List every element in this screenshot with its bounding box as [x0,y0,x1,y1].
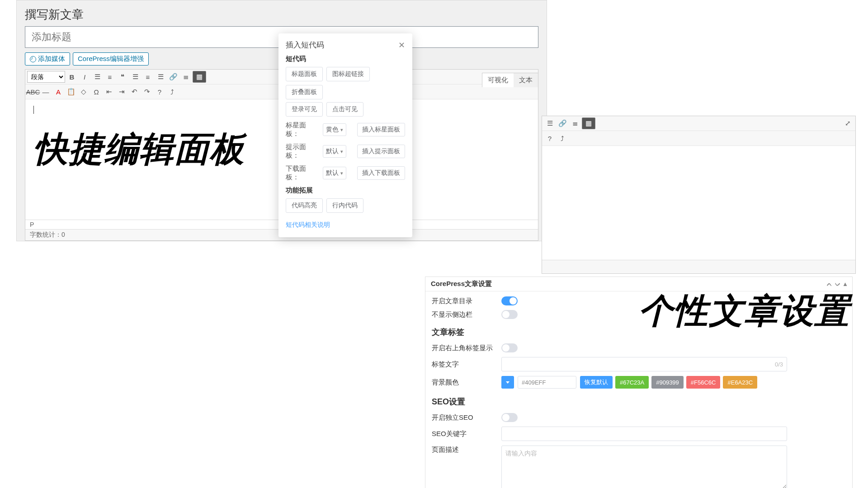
tip-panel-label: 提示面板： [286,143,319,160]
align-button-2[interactable]: ☰ [544,117,556,129]
chevron-down-icon: ▾ [340,127,343,133]
color-chip[interactable]: 恢复默认 [580,376,613,389]
seo-keyword-input[interactable] [501,427,787,441]
download-panel-row: 下载面板： 默认▾ 插入下载面板 [286,164,405,182]
strikethrough-button[interactable]: ABC [27,86,39,98]
color-chips: 恢复默认#67C23A#909399#F56C6C#E6A23C [580,376,757,389]
pill-inline-code[interactable]: 行内代码 [326,198,363,213]
toolbar-toggle-button[interactable]: ▦ [193,71,206,83]
pill-code-highlight[interactable]: 代码高亮 [286,198,323,213]
pill-collapse-panel[interactable]: 折叠面板 [286,85,323,99]
more-button-2[interactable]: ≣ [569,117,581,129]
redo-button[interactable]: ↷ [141,86,153,98]
secondary-editor-body[interactable] [542,146,855,260]
pill-title-panel[interactable]: 标题面板 [286,67,323,81]
align-right-button[interactable]: ☰ [155,71,166,83]
panel-header-icons: ᨈ ᨆ ▴ [827,280,847,288]
page-title: 撰写新文章 [17,0,547,26]
media-icon [30,56,36,62]
seo-desc-row: 页面描述 [432,443,846,488]
sidebar-toggle[interactable] [501,310,518,319]
corner-tag-toggle-label: 开启右上角标签显示 [432,344,501,352]
bold-button[interactable]: B [66,71,78,83]
special-char-button[interactable]: Ω [90,86,102,98]
corner-tag-toggle[interactable] [501,343,518,352]
modal-title: 插入短代码 [286,40,324,50]
seo-desc-textarea[interactable] [501,446,787,488]
hr-button[interactable]: — [40,86,52,98]
ext-heading: 功能拓展 [286,186,405,195]
color-chip[interactable]: #67C23A [615,376,649,389]
tag-text-input-wrap: 0/3 [501,357,787,371]
secondary-editor-footer [542,260,855,273]
outdent-button[interactable]: ⇤ [103,86,115,98]
textcolor-button[interactable]: A [52,86,64,98]
tag-text-row: 标签文字 0/3 [432,355,846,374]
tip-panel-row: 提示面板： 默认▾ 插入提示面板 [286,143,405,160]
chevron-down-icon: ▾ [340,149,343,155]
tab-visual[interactable]: 可视化 [482,73,514,87]
add-media-button[interactable]: 添加媒体 [25,52,70,66]
corepress-enhance-button[interactable]: CorePress编辑器增强 [73,52,149,66]
number-list-button[interactable]: ≡ [104,71,116,83]
sidebar-toggle-label: 不显示侧边栏 [432,310,501,319]
upload-button[interactable]: ⤴ [166,86,178,98]
text-cursor [33,106,34,114]
star-panel-row: 标星面板： 黄色▾ 插入标星面板 [286,121,405,138]
shortcode-row-2: 登录可见 点击可见 [286,102,405,117]
bullet-list-button[interactable]: ☰ [91,71,103,83]
upload-button-2[interactable]: ⤴ [557,132,568,144]
undo-button[interactable]: ↶ [128,86,140,98]
toolbar2-row-2: ? ⤴ [542,131,855,146]
color-chip[interactable]: #F56C6C [686,376,721,389]
chevron-up-icon[interactable]: ᨈ [827,280,832,288]
help-button[interactable]: ? [154,86,165,98]
fullscreen-button-2[interactable]: ⤢ [842,117,854,129]
tag-text-input[interactable] [505,361,775,368]
format-select[interactable]: 段落 [27,71,65,83]
shortcode-row-1: 标题面板 图标超链接 折叠面板 [286,67,405,99]
link-button-2[interactable]: 🔗 [557,117,568,129]
close-icon[interactable]: ✕ [398,40,405,50]
link-button[interactable]: 🔗 [167,71,179,83]
seo-keyword-label: SEO关键字 [432,430,501,438]
tip-panel-select[interactable]: 默认▾ [323,145,346,158]
align-left-button[interactable]: ☰ [129,71,141,83]
pill-click-visible[interactable]: 点击可见 [326,102,363,117]
insert-shortcode-modal: 插入短代码 ✕ 短代码 标题面板 图标超链接 折叠面板 登录可见 点击可见 标星… [278,33,412,237]
star-panel-select[interactable]: 黄色▾ [323,123,346,136]
more-button[interactable]: ≣ [180,71,192,83]
toolbar-toggle-button-2[interactable]: ▦ [582,117,595,129]
overlay-headline-2: 个性文章设置 [638,288,850,335]
download-panel-label: 下载面板： [286,164,319,182]
toc-toggle-label: 开启文章目录 [432,297,501,305]
align-center-button[interactable]: ≡ [142,71,154,83]
indent-button[interactable]: ⇥ [116,86,127,98]
italic-button[interactable]: I [79,71,90,83]
star-panel-label: 标星面板： [286,121,319,138]
tab-text[interactable]: 文本 [514,73,538,87]
chevron-down-icon[interactable]: ᨆ [835,280,841,288]
seo-toggle[interactable] [501,413,518,422]
tag-text-label: 标签文字 [432,360,501,369]
insert-download-button[interactable]: 插入下载面板 [357,166,405,180]
help-button-2[interactable]: ? [544,132,556,144]
collapse-icon[interactable]: ▴ [844,280,847,288]
pill-login-visible[interactable]: 登录可见 [286,102,323,117]
paste-button[interactable]: 📋 [65,86,77,98]
color-hex-input[interactable] [518,376,576,389]
shortcode-help-link[interactable]: 短代码相关说明 [286,221,330,229]
seo-keyword-row: SEO关键字 [432,424,846,443]
insert-star-button[interactable]: 插入标星面板 [357,123,405,136]
clear-format-button[interactable]: ◇ [78,86,90,98]
download-panel-select[interactable]: 默认▾ [323,167,346,179]
quote-button[interactable]: ❝ [117,71,128,83]
word-count-value: 0 [61,231,65,238]
color-chip[interactable]: #909399 [651,376,684,389]
color-chip[interactable]: #E6A23C [723,376,757,389]
pill-icon-link[interactable]: 图标超链接 [326,67,370,81]
color-swatch-picker[interactable] [501,376,514,389]
toc-toggle[interactable] [501,296,518,305]
seo-desc-label: 页面描述 [432,446,501,454]
insert-tip-button[interactable]: 插入提示面板 [357,145,405,158]
